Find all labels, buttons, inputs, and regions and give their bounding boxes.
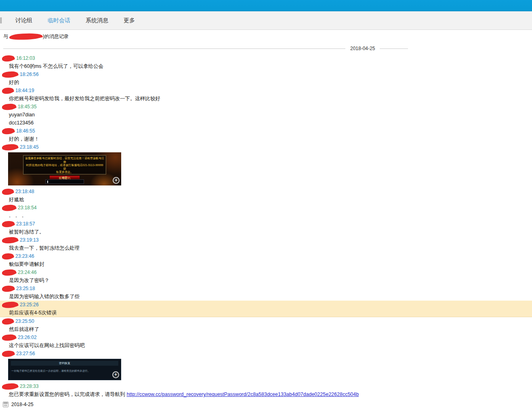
message-timestamp-row: 23:28:33 (0, 382, 532, 390)
divider-line-right (380, 48, 408, 49)
chat-image-thumbnail-recovery[interactable]: 密码恢复一封电子邮件已发送给您最后一步的说明，请检查您的邮件并进行。+ (8, 359, 121, 380)
tab-4[interactable]: 更多 (118, 15, 140, 27)
message-text: 。。。 (0, 212, 532, 220)
clipped-tab-fragment (0, 17, 2, 23)
message-text: 我有个60的ms 不怎么玩了，可以拿给公会 (0, 62, 532, 70)
message-timestamp-row: 23:18:48 (0, 187, 532, 196)
message-timestamp: 23:23:46 (15, 253, 34, 259)
message-text: 好的 (0, 78, 532, 86)
message-timestamp-row: 23:25:26 (0, 301, 532, 309)
message-timestamp-row: 18:46:55 (0, 127, 532, 135)
message-timestamp: 23:25:50 (15, 318, 34, 324)
message-text: 是因为改了密码？ (0, 276, 532, 284)
message-text: 被暂时冻结了。 (0, 228, 532, 236)
zoom-in-icon[interactable]: + (113, 177, 120, 184)
message-text: 前后应该有4-5次错误 (0, 309, 532, 317)
message-list: 16:12:03我有个60的ms 不怎么玩了，可以拿给公会18:26:56好的1… (0, 54, 532, 398)
record-header-prefix: 与 (3, 33, 8, 40)
tab-bar: 讨论组临时会话系统消息更多 (0, 11, 532, 30)
message-text: 貌似要申请解封 (0, 260, 532, 268)
message-timestamp-row: 23:26:02 (0, 333, 532, 341)
redaction-scribble (2, 55, 15, 62)
redaction-scribble (2, 253, 14, 259)
redaction-scribble (2, 188, 14, 195)
tab-2[interactable]: 临时会话 (42, 15, 76, 27)
message-text: 好的，谢谢！ (0, 135, 532, 143)
message-timestamp: 23:26:02 (18, 335, 37, 340)
calendar-icon[interactable] (3, 402, 8, 407)
redaction-scribble (2, 318, 14, 324)
tab-1[interactable]: 讨论组 (10, 15, 38, 27)
message-timestamp: 23:27:56 (16, 351, 35, 356)
message-timestamp: 23:18:45 (20, 144, 39, 150)
message-text: 这个应该可以在网站上找回密码吧 (0, 341, 532, 350)
message-timestamp: 23:18:48 (15, 189, 34, 194)
message-text: 我去查一下，暂时冻结怎么处理 (0, 244, 532, 252)
message-timestamp: 23:18:57 (16, 221, 35, 227)
redaction-scribble (2, 221, 15, 227)
message-timestamp: 16:12:03 (16, 55, 35, 61)
redaction-scribble (9, 33, 42, 40)
record-header: 与 )的消息记录 (0, 30, 532, 40)
tab-3[interactable]: 系统消息 (80, 15, 114, 27)
message-text: 您已要求重新设置您的密码，以完成请求，请导航到 (9, 391, 125, 398)
redaction-scribble (2, 143, 19, 150)
message-timestamp: 18:26:56 (20, 72, 39, 77)
highlighted-message-block: 23:25:26前后应该有4-5次错误 (0, 301, 532, 317)
message-timestamp: 18:44:19 (15, 88, 34, 93)
redaction-scribble (2, 301, 19, 308)
footer-date-label: 2018-4-25 (11, 402, 34, 407)
redaction-scribble (2, 350, 15, 357)
window-titlebar (0, 0, 532, 11)
wow-error-text: 该魔兽世界帐号已被暂时冻结，目前无法使用！请检查该帐号注册时所使用的电子邮件地址… (23, 157, 106, 174)
message-timestamp-row: 23:25:50 (0, 317, 532, 325)
divider-line-left (3, 48, 345, 49)
message-timestamp: 23:19:13 (20, 237, 39, 243)
message-timestamp-row: 23:23:46 (0, 252, 532, 260)
message-timestamp: 23:28:33 (20, 383, 39, 389)
redaction-scribble (2, 128, 15, 135)
redaction-scribble (2, 236, 19, 243)
message-timestamp-row: 23:27:56 (0, 350, 532, 358)
message-timestamp-row: 23:24:46 (0, 268, 532, 276)
footer-date-row: 2018-4-25 (3, 402, 532, 407)
message-timestamp-row: 16:12:03 (0, 54, 532, 62)
message-timestamp-row: 18:45:35 (0, 103, 532, 111)
message-text: 你把账号和密码发给我，最好发给我之前把密码改一下。这样比较好 (0, 95, 532, 103)
zoom-in-icon[interactable]: + (112, 371, 119, 378)
message-text: 是因为密码输入错的次数多了些 (0, 293, 532, 301)
message-timestamp-row: 23:18:54 (0, 204, 532, 212)
chat-image-thumbnail-wow[interactable]: 该魔兽世界帐号已被暂时冻结，目前无法使用！请检查该帐号注册时所使用的电子邮件地址… (8, 152, 121, 185)
message-text-with-link: 您已要求重新设置您的密码，以完成请求，请导航到 http://ccwow.cc/… (0, 390, 532, 398)
text-caret (47, 181, 48, 183)
message-timestamp: 23:25:26 (20, 302, 39, 307)
redaction-scribble (2, 204, 17, 211)
recovery-page-text: 一封电子邮件已发送给您最后一步的说明，请检查您的邮件并进行。 (11, 369, 121, 373)
wow-error-dialog: 该魔兽世界帐号已被暂时冻结，目前无法使用！请检查该帐号注册时所使用的电子邮件地址… (23, 155, 106, 175)
redaction-scribble (2, 87, 14, 94)
message-timestamp-row: 23:18:45 (0, 143, 532, 151)
message-timestamp-row: 23:19:13 (0, 236, 532, 244)
message-text: dcc123456 (0, 119, 532, 127)
message-link[interactable]: http://ccwow.cc/password_recovery/reques… (127, 392, 359, 397)
image-message-row: 该魔兽世界帐号已被暂时冻结，目前无法使用！请检查该帐号注册时所使用的电子邮件地址… (0, 151, 532, 187)
message-timestamp-row: 18:26:56 (0, 70, 532, 78)
redaction-scribble (2, 285, 15, 292)
redaction-scribble (2, 383, 19, 390)
date-divider: 2018-04-25 (0, 44, 532, 53)
message-text: 然后就这样了 (0, 325, 532, 333)
redaction-scribble (2, 269, 17, 276)
image-message-row: 密码恢复一封电子邮件已发送给您最后一步的说明，请检查您的邮件并进行。+ (0, 358, 532, 382)
message-timestamp: 18:45:35 (18, 104, 37, 109)
message-timestamp: 23:18:54 (18, 205, 37, 211)
recovery-page-title: 密码恢复 (11, 361, 118, 366)
message-text: 好尴尬 (0, 196, 532, 204)
message-timestamp-row: 23:25:18 (0, 284, 532, 293)
redaction-scribble (2, 71, 19, 78)
divider-date-label: 2018-04-25 (350, 46, 375, 51)
message-text: yuyan7dian (0, 111, 532, 119)
record-header-suffix: )的消息记录 (43, 33, 69, 40)
message-timestamp: 23:24:46 (18, 270, 37, 275)
message-timestamp: 23:25:18 (16, 286, 35, 291)
redaction-scribble (2, 334, 17, 341)
